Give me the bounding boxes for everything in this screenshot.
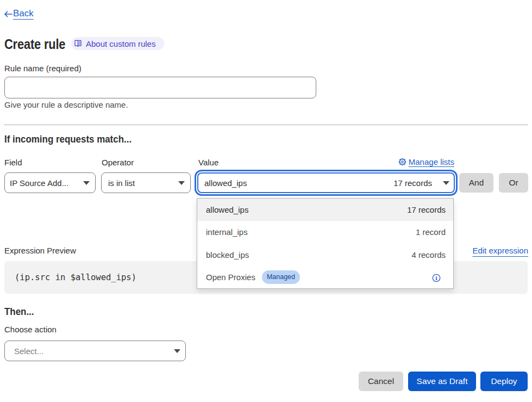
value-dropdown: allowed_ips 17 records internal_ips 1 re…: [197, 198, 454, 289]
option-name: internal_ips: [206, 227, 248, 237]
value-select-value: allowed_ips: [204, 178, 247, 188]
option-records: 1 record: [416, 227, 446, 237]
value-select-records: 17 records: [393, 178, 432, 188]
cancel-button[interactable]: Cancel: [359, 372, 403, 391]
chevron-down-icon: [443, 181, 449, 185]
dropdown-option-open-proxies[interactable]: Open Proxies Managed i: [197, 266, 453, 288]
rule-name-input[interactable]: [4, 77, 316, 98]
chevron-down-icon: [174, 349, 180, 353]
svg-text:i: i: [435, 275, 437, 281]
option-name: Open Proxies: [206, 273, 255, 282]
or-button[interactable]: Or: [499, 173, 528, 193]
and-button[interactable]: And: [459, 173, 493, 193]
section-divider: [4, 125, 528, 125]
page-title: Create rule: [4, 36, 65, 53]
info-icon[interactable]: i: [432, 274, 441, 282]
field-select[interactable]: IP Source Add...: [4, 172, 96, 193]
back-arrow-icon: [4, 11, 12, 17]
chevron-down-icon: [178, 181, 185, 185]
edit-expression-link[interactable]: Edit expression: [472, 246, 528, 255]
save-as-draft-button[interactable]: Save as Draft: [408, 372, 476, 391]
value-select[interactable]: allowed_ips 17 records: [197, 172, 455, 193]
open-book-icon: [74, 40, 82, 47]
deploy-button[interactable]: Deploy: [480, 372, 528, 391]
option-records: 4 records: [411, 250, 446, 259]
option-records: 17 records: [407, 205, 446, 214]
rule-name-helper: Give your rule a descriptive name.: [4, 100, 128, 109]
dropdown-option-internal-ips[interactable]: internal_ips 1 record: [197, 221, 453, 243]
operator-select-value: is in list: [108, 178, 135, 188]
back-link[interactable]: Back: [4, 8, 34, 19]
option-name: allowed_ips: [206, 205, 248, 214]
expression-code: (ip.src in $allowed_ips): [15, 273, 136, 282]
then-section-heading: Then...: [4, 306, 34, 318]
managed-badge: Managed: [262, 270, 300, 283]
manage-lists-link[interactable]: Manage lists: [399, 157, 454, 166]
create-rule-page: Back Create rule About custom rules Rule…: [0, 0, 532, 402]
dropdown-option-allowed-ips[interactable]: allowed_ips 17 records: [197, 199, 453, 221]
action-select-placeholder: Select...: [14, 347, 43, 356]
operator-select[interactable]: is in list: [101, 172, 191, 193]
manage-lists-label: Manage lists: [409, 157, 454, 166]
about-custom-rules-badge[interactable]: About custom rules: [71, 37, 164, 50]
expression-preview-label: Expression Preview: [4, 246, 76, 255]
dropdown-option-blocked-ips[interactable]: blocked_ips 4 records: [197, 244, 453, 266]
field-select-value: IP Source Add...: [10, 178, 68, 188]
back-label: Back: [13, 8, 34, 19]
chevron-down-icon: [83, 181, 90, 185]
field-label: Field: [4, 158, 22, 167]
choose-action-label: Choose action: [4, 325, 57, 334]
about-badge-label: About custom rules: [86, 39, 155, 48]
action-select[interactable]: Select...: [4, 341, 186, 361]
gear-icon: [399, 158, 406, 165]
operator-label: Operator: [102, 158, 134, 167]
value-label: Value: [198, 158, 218, 167]
option-name: blocked_ips: [206, 250, 249, 259]
rule-name-label: Rule name (required): [4, 64, 82, 73]
match-section-heading: If incoming requests match...: [4, 134, 132, 145]
